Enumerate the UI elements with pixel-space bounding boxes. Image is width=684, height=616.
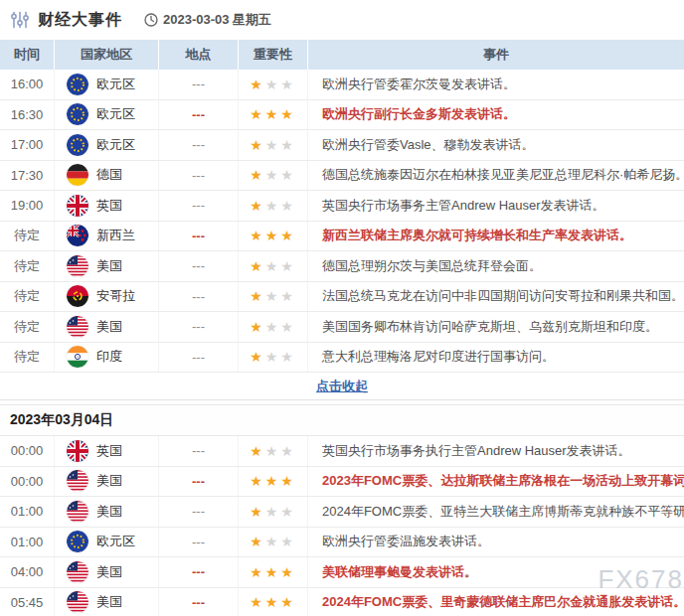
event-time: 19:00 (0, 191, 55, 221)
header-location: 地点 (159, 40, 239, 70)
event-description: 德国总统施泰因迈尔在柏林接见亚美尼亚总理尼科尔·帕希尼扬。 (308, 161, 684, 191)
star-empty-icon: ★ (265, 288, 281, 304)
star-filled-icon: ★ (265, 228, 281, 243)
current-date-group: 2023-03-03 星期五 (144, 11, 271, 29)
star-empty-icon: ★ (280, 443, 296, 459)
event-row: 01:00 美国 --- ★★★ 2024年FOMC票委、亚特兰大联储主席博斯蒂… (0, 497, 684, 528)
importance-stars: ★★★ (239, 467, 308, 497)
page-title: 财经大事件 (38, 10, 122, 31)
eu-flag-icon (67, 74, 88, 95)
event-country: 英国 (55, 191, 159, 221)
event-country: 欧元区 (55, 70, 159, 99)
event-time: 01:00 (0, 528, 55, 557)
event-location: --- (159, 70, 239, 99)
event-row: 00:00 美国 --- ★★★ 2023年FOMC票委、达拉斯联储主席洛根在一… (0, 467, 684, 498)
event-location: --- (159, 222, 239, 251)
event-location: --- (159, 191, 239, 221)
star-filled-icon: ★ (265, 473, 281, 489)
star-empty-icon: ★ (280, 258, 296, 274)
event-row: 04:00 美国 --- ★★★ 美联储理事鲍曼发表讲话。 (0, 557, 684, 588)
event-description: 新西兰联储主席奥尔就可持续增长和生产率发表讲话。 (308, 222, 684, 251)
importance-stars: ★★★ (239, 588, 308, 616)
country-name: 安哥拉 (96, 287, 135, 305)
eu-flag-icon (67, 531, 88, 552)
header-event: 事件 (308, 40, 684, 70)
event-time: 待定 (0, 282, 55, 312)
star-filled-icon: ★ (250, 443, 265, 459)
event-row: 19:00 英国 --- ★★★ 英国央行市场事务主管Andrew Hauser… (0, 191, 684, 222)
star-empty-icon: ★ (280, 288, 296, 304)
event-row: 17:30 德国 --- ★★★ 德国总统施泰因迈尔在柏林接见亚美尼亚总理尼科尔… (0, 161, 684, 192)
event-location: --- (159, 343, 239, 373)
star-empty-icon: ★ (280, 349, 296, 365)
star-empty-icon: ★ (265, 349, 281, 365)
event-description: 2024年FOMC票委、里奇蒙德联储主席巴尔金就通胀发表讲话。 (308, 588, 684, 616)
event-time: 04:00 (0, 557, 55, 587)
event-location: --- (159, 467, 239, 497)
country-name: 美国 (96, 563, 122, 581)
star-filled-icon: ★ (280, 228, 296, 243)
event-location: --- (159, 251, 239, 281)
event-description: 2023年FOMC票委、达拉斯联储主席洛根在一场活动上致开幕词。 (308, 467, 684, 497)
star-filled-icon: ★ (250, 198, 265, 214)
star-filled-icon: ★ (250, 534, 265, 549)
importance-stars: ★★★ (239, 282, 308, 312)
event-row: 01:00 欧元区 --- ★★★ 欧洲央行管委温施发表讲话。 (0, 528, 684, 558)
event-location: --- (159, 497, 239, 527)
event-time: 待定 (0, 222, 55, 251)
event-time: 待定 (0, 251, 55, 281)
importance-stars: ★★★ (239, 70, 308, 99)
star-empty-icon: ★ (280, 319, 296, 335)
event-description: 英国央行市场事务主管Andrew Hauser发表讲话。 (308, 191, 684, 221)
events-day2: 00:00 英国 --- ★★★ 英国央行市场事务执行主管Andrew Haus… (0, 436, 684, 616)
star-empty-icon: ★ (265, 319, 281, 335)
country-name: 英国 (96, 442, 122, 460)
event-row: 待定 美国 --- ★★★ 美国国务卿布林肯访问哈萨克斯坦、乌兹别克斯坦和印度。 (0, 312, 684, 343)
economic-calendar-page: 财经大事件 2023-03-03 星期五 时间 国家地区 地点 重要性 事件 1… (0, 0, 684, 616)
star-empty-icon: ★ (265, 258, 281, 274)
country-name: 美国 (96, 503, 122, 521)
event-time: 16:00 (0, 70, 55, 99)
star-filled-icon: ★ (250, 349, 265, 365)
event-description: 美国国务卿布林肯访问哈萨克斯坦、乌兹别克斯坦和印度。 (308, 312, 684, 342)
us-flag-icon (67, 591, 88, 613)
country-name: 美国 (96, 257, 122, 275)
de-flag-icon (67, 164, 88, 186)
event-description: 欧洲央行管委霍尔茨曼发表讲话。 (308, 70, 684, 99)
country-name: 印度 (96, 348, 122, 366)
star-filled-icon: ★ (250, 77, 265, 92)
star-filled-icon: ★ (280, 106, 296, 122)
country-name: 新西兰 (96, 227, 135, 244)
country-name: 美国 (96, 593, 122, 611)
event-location: --- (159, 528, 239, 557)
importance-stars: ★★★ (239, 528, 308, 557)
star-filled-icon: ★ (250, 288, 265, 304)
star-empty-icon: ★ (265, 504, 281, 520)
event-description: 法国总统马克龙在访问中非四国期间访问安哥拉和刚果共和国。 (308, 282, 684, 312)
topbar: 财经大事件 2023-03-03 星期五 (0, 0, 684, 40)
star-empty-icon: ★ (280, 167, 296, 183)
event-time: 00:00 (0, 467, 55, 497)
eu-flag-icon (67, 103, 88, 125)
event-location: --- (159, 312, 239, 342)
importance-stars: ★★★ (239, 100, 308, 130)
country-name: 欧元区 (96, 105, 135, 123)
event-country: 印度 (55, 343, 159, 373)
table-header: 时间 国家地区 地点 重要性 事件 (0, 40, 684, 70)
event-country: 美国 (55, 467, 159, 497)
us-flag-icon (67, 255, 88, 277)
collapse-link[interactable]: 点击收起 (316, 378, 368, 395)
star-empty-icon: ★ (265, 167, 281, 183)
importance-stars: ★★★ (239, 161, 308, 191)
event-row: 16:30 欧元区 --- ★★★ 欧洲央行副行长金多斯发表讲话。 (0, 100, 684, 131)
country-name: 欧元区 (96, 136, 135, 154)
header-country: 国家地区 (55, 40, 159, 70)
event-location: --- (159, 588, 239, 616)
event-location: --- (159, 282, 239, 312)
event-description: 2024年FOMC票委、亚特兰大联储主席博斯蒂克就种族不平等研究发表讲话。 (308, 497, 684, 527)
star-filled-icon: ★ (250, 504, 265, 520)
star-empty-icon: ★ (265, 534, 281, 549)
importance-stars: ★★★ (239, 251, 308, 281)
event-description: 美联储理事鲍曼发表讲话。 (308, 557, 684, 587)
importance-stars: ★★★ (239, 343, 308, 373)
